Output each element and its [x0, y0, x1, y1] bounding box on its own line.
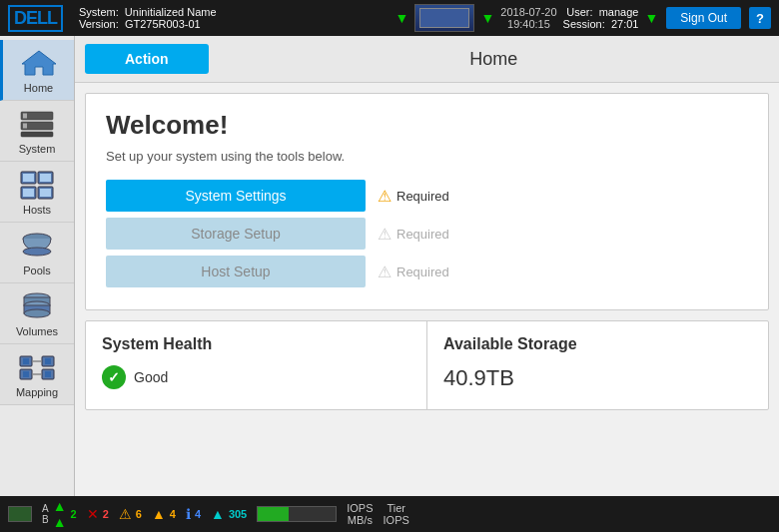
- sidebar-home-label: Home: [24, 82, 53, 94]
- system-name: Uninitialized Name: [125, 6, 217, 18]
- session-download-icon: ▼: [644, 10, 658, 26]
- footer-ab-arrows: ▲ ▲: [53, 498, 67, 530]
- svg-marker-0: [22, 51, 56, 75]
- svg-rect-13: [40, 189, 51, 197]
- system-settings-button[interactable]: System Settings: [106, 180, 366, 212]
- footer-tier-display: Tier IOPS: [384, 502, 409, 526]
- sidebar-item-mapping[interactable]: Mapping: [0, 344, 74, 405]
- storage-setup-required: ⚠ Required: [378, 225, 449, 244]
- footer-cyan-section: ▲ 305: [211, 506, 247, 522]
- footer-iops-display: IOPS MB/s: [347, 502, 373, 526]
- main-layout: Home System: [0, 36, 779, 496]
- footer-warning-count: 4: [170, 508, 176, 520]
- storage-setup-button[interactable]: Storage Setup: [106, 218, 366, 250]
- sidebar-item-pools[interactable]: Pools: [0, 223, 74, 283]
- system-health-title: System Health: [102, 335, 410, 353]
- mapping-icon: [17, 350, 57, 384]
- footer-cyan-count: 305: [229, 508, 247, 520]
- sidebar-hosts-label: Hosts: [23, 204, 51, 216]
- footer-info-alerts: ℹ 4: [186, 506, 201, 522]
- storage-setup-row: Storage Setup ⚠ Required: [106, 218, 748, 250]
- svg-rect-29: [23, 371, 29, 377]
- header-center: ▼ ▼ 2018-07-20 19:40:15 User: manage Ses…: [395, 4, 659, 32]
- sidebar-volumes-label: Volumes: [16, 325, 58, 337]
- svg-rect-4: [23, 124, 27, 129]
- footer-orange-warnings: ⚠ 6: [119, 506, 142, 522]
- available-storage-title: Available Storage: [443, 335, 752, 353]
- footer-iops-label: IOPS: [347, 502, 373, 514]
- user-value: manage: [599, 6, 639, 18]
- date-value: 2018-07-20: [500, 6, 556, 18]
- svg-rect-2: [23, 114, 27, 119]
- home-icon: [19, 46, 59, 80]
- footer-b-label: B: [42, 514, 49, 525]
- download-right-icon: ▼: [480, 10, 494, 26]
- svg-rect-30: [45, 371, 51, 377]
- sidebar-system-label: System: [19, 143, 56, 155]
- system-settings-row: System Settings ⚠ Required: [106, 180, 748, 212]
- user-info: User: manage Session: 27:01: [563, 6, 639, 30]
- top-bar: Action Home: [75, 36, 779, 83]
- footer-red-icon: ✕: [87, 506, 99, 522]
- pools-icon: [17, 229, 57, 263]
- sidebar: Home System: [0, 36, 75, 496]
- footer-orange-count: 6: [136, 508, 142, 520]
- footer-warning-alerts: ▲ 4: [152, 506, 176, 522]
- available-storage-panel: Available Storage 40.9TB: [427, 321, 768, 409]
- session-label: Session:: [563, 18, 605, 30]
- footer-thumb-icon: [8, 506, 32, 522]
- host-setup-row: Host Setup ⚠ Required: [106, 256, 748, 287]
- system-label: System:: [79, 6, 119, 18]
- health-status-row: ✓ Good: [102, 365, 410, 389]
- svg-rect-7: [23, 174, 34, 182]
- datetime-display: 2018-07-20 19:40:15: [500, 6, 556, 30]
- sidebar-pools-label: Pools: [23, 265, 51, 276]
- status-section: System Health ✓ Good Available Storage 4…: [85, 320, 769, 410]
- welcome-section: Welcome! Set up your system using the to…: [85, 93, 769, 310]
- page-title: Home: [219, 49, 769, 70]
- svg-point-15: [23, 248, 51, 256]
- sidebar-item-home[interactable]: Home: [0, 40, 74, 101]
- signout-button[interactable]: Sign Out: [666, 7, 741, 29]
- header: DELL System: Uninitialized Name Version:…: [0, 0, 779, 36]
- sidebar-item-volumes[interactable]: Volumes: [0, 283, 74, 344]
- footer-mbs-label: MB/s: [347, 514, 373, 526]
- download-left-icon: ▼: [395, 10, 409, 26]
- sidebar-item-hosts[interactable]: Hosts: [0, 162, 74, 223]
- footer-red-count: 2: [103, 508, 109, 520]
- welcome-subtitle: Set up your system using the tools below…: [106, 149, 748, 164]
- svg-rect-28: [45, 358, 51, 364]
- footer-a-up-icon: ▲: [53, 498, 67, 514]
- system-info: System: Uninitialized Name Version: GT27…: [79, 6, 388, 30]
- footer: A B ▲ ▲ 2 ✕ 2 ⚠ 6 ▲ 4 ℹ 4 ▲ 305 IOPS MB/: [0, 496, 779, 532]
- session-value: 27:01: [611, 18, 639, 30]
- svg-rect-11: [23, 189, 34, 197]
- sidebar-item-system[interactable]: System: [0, 101, 74, 162]
- help-button[interactable]: ?: [749, 7, 771, 29]
- footer-tier-iops-label: IOPS: [384, 514, 409, 526]
- footer-tier-label: Tier: [384, 502, 409, 514]
- footer-progress-bar: [257, 506, 337, 522]
- sidebar-mapping-label: Mapping: [16, 386, 58, 398]
- hosts-icon: [17, 168, 57, 202]
- system-thumbnail: [414, 4, 474, 32]
- footer-b-up-icon: ▲: [53, 514, 67, 530]
- user-label: User:: [566, 6, 592, 18]
- footer-progress-fill: [258, 507, 289, 521]
- warning-icon-system: ⚠: [378, 187, 391, 206]
- action-button[interactable]: Action: [85, 44, 209, 74]
- footer-info-count: 4: [195, 508, 201, 520]
- footer-a-label: A: [42, 503, 49, 514]
- dell-logo: DELL: [8, 5, 63, 32]
- footer-thumbnail: [8, 506, 32, 522]
- version-value: GT275R003-01: [125, 18, 201, 30]
- volumes-icon: [17, 289, 57, 323]
- host-setup-button[interactable]: Host Setup: [106, 256, 366, 287]
- footer-ab-status: A B ▲ ▲ 2: [42, 498, 77, 530]
- warning-icon-storage: ⚠: [378, 225, 391, 244]
- time-value: 19:40:15: [500, 18, 556, 30]
- welcome-heading: Welcome!: [106, 110, 748, 141]
- footer-cyan-icon: ▲: [211, 506, 225, 522]
- version-label: Version:: [79, 18, 119, 30]
- warning-icon-host: ⚠: [378, 263, 391, 281]
